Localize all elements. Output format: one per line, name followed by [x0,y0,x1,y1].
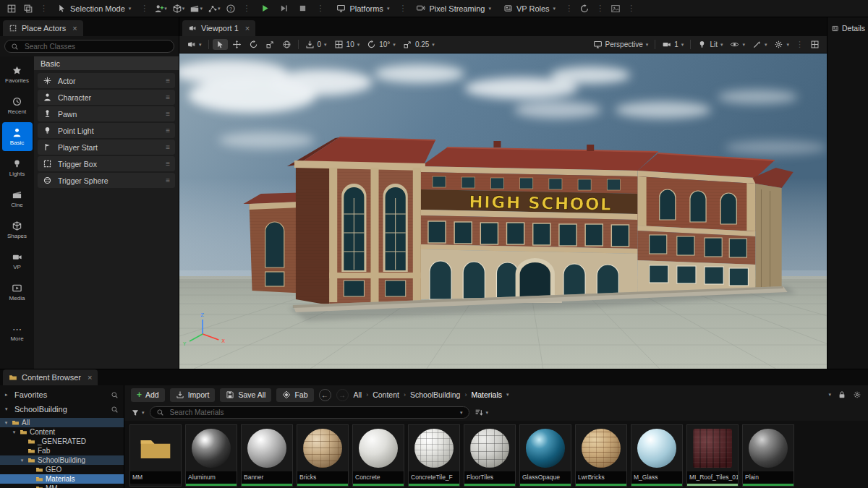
asset-tile-lwrbricks[interactable]: LwrBricks [575,424,627,487]
app-menu-icon[interactable] [4,1,19,15]
panel-expand-icon[interactable]: ▾ [828,392,831,398]
search-classes-box[interactable] [4,40,174,53]
asset-tile-bricks[interactable]: Bricks [297,424,349,487]
viewport-options-button[interactable]: ▾ [184,39,205,50]
close-icon[interactable]: × [72,24,77,33]
expander-icon[interactable]: ▾ [5,406,11,412]
tab-viewport-1[interactable]: Viewport 1 × [182,20,255,36]
asset-tile-banner[interactable]: Banner [241,424,293,487]
perspective-dropdown[interactable]: Perspective▾ [590,39,652,50]
actor-list-item-character[interactable]: Character≡ [38,90,175,105]
sidebar-item-recent[interactable]: Recent [2,91,33,120]
coordinate-system-button[interactable] [279,39,294,50]
grid-snap-button[interactable]: 10▾ [331,39,363,50]
filter-button[interactable]: ▾ [131,408,145,417]
help-button[interactable]: ? [224,1,238,15]
play-options-kebab-icon[interactable]: ⋮ [316,4,324,13]
back-button[interactable]: ← [319,389,331,401]
search-materials-box[interactable]: ▾ [150,406,469,419]
asset-tile-plain[interactable]: Plain [742,424,794,487]
sidebar-item-basic[interactable]: Basic [2,122,33,151]
layout-button[interactable] [807,39,822,50]
school-building[interactable]: HIGH SCHOOL [243,137,793,312]
asset-tile-m-glass[interactable]: M_Glass [631,424,683,487]
sync-icon[interactable] [577,1,592,15]
settings-gear-icon[interactable] [853,390,861,399]
sidebar-item-vp[interactable]: VP [2,247,33,275]
sidebar-item-more[interactable]: ⋯More [2,319,33,348]
screenshot-icon[interactable] [608,1,623,15]
breadcrumb-item-schoolbuilding[interactable]: SchoolBuilding [410,390,460,399]
asset-tile-concretetile-f[interactable]: ConcreteTile_F [408,424,460,487]
blueprints-button[interactable]: ▾ [171,1,187,15]
search-icon[interactable] [111,406,119,414]
camera-speed-button[interactable]: 1▾ [659,39,686,50]
expander-icon[interactable]: ▾ [3,420,9,426]
add-button[interactable]: +Add [131,388,165,402]
actor-list-item-actor[interactable]: Actor≡ [38,73,175,88]
expander-icon[interactable]: ▾ [19,458,25,463]
import-button[interactable]: Import [170,388,216,402]
selection-mode-dropdown[interactable]: Selection Mode ▾ [52,2,136,14]
asset-tile-floortiles[interactable]: FloorTiles [464,424,516,487]
play-button[interactable] [258,1,272,15]
sequencer-button[interactable]: ▾ [206,1,222,15]
collection-section[interactable]: ▾ SchoolBuilding [0,402,124,416]
close-icon[interactable]: × [88,373,92,382]
vp-roles-dropdown[interactable]: VP Roles ▾ [498,2,561,14]
frame-skip-button[interactable] [276,1,291,15]
rotation-snap-button[interactable]: 10°▾ [364,39,399,50]
rotate-tool-button[interactable] [246,39,261,50]
scale-snap-button[interactable]: 0.25▾ [400,39,438,50]
asset-tile-mm[interactable]: MM [129,424,182,487]
breadcrumb-item-content[interactable]: Content [373,390,399,399]
surface-snap-button[interactable]: 0▾ [302,39,330,50]
search-classes-input[interactable] [23,42,168,51]
pixel-streaming-dropdown[interactable]: Pixel Streaming ▾ [411,2,496,14]
actor-list-item-trigger-box[interactable]: Trigger Box≡ [38,156,175,171]
wand-button[interactable]: ▾ [749,39,770,50]
actor-list-item-pawn[interactable]: Pawn≡ [38,106,175,121]
stop-button[interactable] [295,1,310,15]
scale-tool-button[interactable] [263,39,278,50]
breadcrumb-item-all[interactable]: All [354,390,362,399]
sidebar-item-shapes[interactable]: Shapes [2,215,33,244]
tab-content-browser[interactable]: Content Browser × [3,369,98,385]
asset-tile-concrete[interactable]: Concrete [352,424,404,487]
move-tool-button[interactable] [229,39,244,50]
favorites-section[interactable]: ▸ Favorites [0,388,124,402]
viewport-3d-scene[interactable]: HIGH SCHOOL [179,53,827,369]
view-mode-dropdown[interactable]: Lit▾ [694,39,726,50]
sidebar-item-media[interactable]: Media [2,278,33,307]
breadcrumb-item-materials[interactable]: Materials [471,390,502,399]
lock-icon[interactable] [838,390,846,399]
close-icon[interactable]: × [245,24,250,33]
kebab-icon[interactable]: ⋮ [796,40,804,49]
tree-item-all[interactable]: ▾All [0,418,124,427]
saved-search-caret-icon[interactable]: ▾ [460,410,463,416]
actor-list-item-trigger-sphere[interactable]: Trigger Sphere≡ [38,173,175,188]
tree-item-schoolbuilding[interactable]: ▾SchoolBuilding [0,455,124,465]
show-flags-button[interactable]: ▾ [727,39,748,50]
cinematics-button[interactable]: ▾ [188,1,204,15]
search-materials-input[interactable] [169,408,456,417]
save-all-button[interactable]: Save All [220,388,271,402]
sidebar-item-lights[interactable]: Lights [2,153,33,182]
asset-tile-aluminum[interactable]: Aluminum [185,424,237,487]
sort-button[interactable]: ▾ [475,408,489,417]
tree-item-fab[interactable]: Fab [0,446,124,455]
tree-item-mm[interactable]: MM [0,484,124,488]
path-caret-icon[interactable]: ▾ [506,392,509,398]
select-tool-button[interactable] [213,39,228,50]
sidebar-item-favorites[interactable]: Favorites [2,60,33,89]
actor-list-item-player-start[interactable]: Player Start≡ [38,140,175,155]
asset-tile-mi-roof-tiles-01[interactable]: MI_Roof_Tiles_01 [686,424,739,487]
add-actor-button[interactable]: ▾ [153,1,169,15]
forward-button[interactable]: → [336,389,349,401]
tree-item-geo[interactable]: GEO [0,465,124,474]
expander-icon[interactable]: ▾ [11,429,17,435]
tree-item-content[interactable]: ▾Content [0,427,124,437]
tab-place-actors[interactable]: Place Actors × [3,20,83,36]
search-icon[interactable] [111,391,119,399]
expander-icon[interactable]: ▸ [5,392,11,398]
